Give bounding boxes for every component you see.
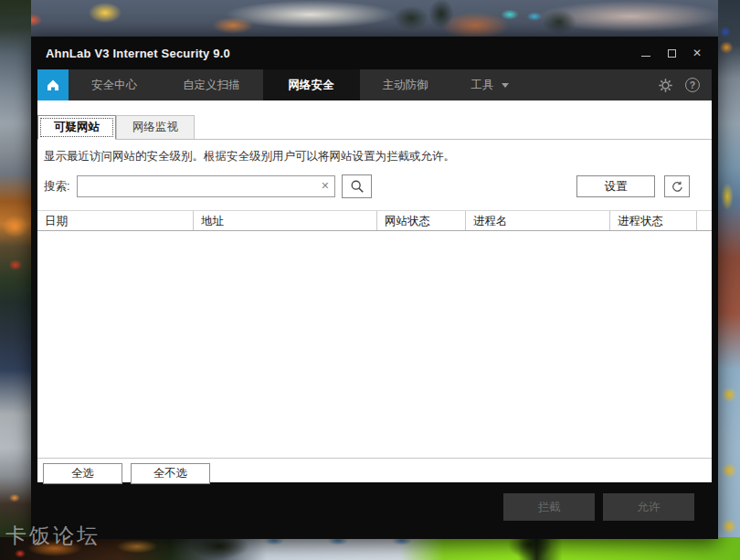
- maximize-button[interactable]: [665, 47, 678, 59]
- search-button[interactable]: [342, 174, 372, 198]
- minimize-icon: [641, 56, 650, 57]
- nav-right-icons: ?: [657, 69, 712, 100]
- search-input[interactable]: [78, 176, 334, 196]
- clear-search-icon[interactable]: ✕: [321, 180, 329, 192]
- sites-table: 日期 地址 网站状态 进程名 进程状态: [37, 210, 712, 459]
- select-all-button[interactable]: 全选: [43, 463, 122, 484]
- settings-gear-button[interactable]: [657, 77, 673, 93]
- nav-security-center[interactable]: 安全中心: [69, 69, 160, 100]
- search-row: 搜索: ✕ 设置: [44, 174, 712, 198]
- refresh-icon: [671, 180, 684, 194]
- nav-proactive-defense[interactable]: 主动防御: [360, 69, 451, 100]
- minimize-button[interactable]: [640, 47, 652, 59]
- column-header-site-status[interactable]: 网站状态: [377, 211, 466, 230]
- column-header-date[interactable]: 日期: [37, 211, 194, 230]
- tab-suspicious-sites[interactable]: 可疑网站: [37, 115, 116, 140]
- help-icon: ?: [685, 78, 700, 92]
- footer-bar: 拦截 允许: [31, 482, 718, 539]
- search-label: 搜索:: [44, 179, 69, 195]
- gear-icon: [658, 78, 673, 93]
- column-header-process-name[interactable]: 进程名: [466, 211, 610, 230]
- desktop-background-top: [0, 0, 740, 38]
- close-button[interactable]: ✕: [691, 47, 703, 59]
- description-text: 显示最近访问网站的安全级别。根据安全级别用户可以将网站设置为拦截或允许。: [44, 149, 712, 164]
- window-controls: ✕: [640, 47, 703, 59]
- nav-tools-label: 工具: [471, 78, 494, 93]
- titlebar[interactable]: AhnLab V3 Internet Security 9.0 ✕: [31, 37, 718, 69]
- tab-network-monitor[interactable]: 网络监视: [116, 115, 195, 139]
- table-header: 日期 地址 网站状态 进程名 进程状态: [37, 210, 712, 231]
- home-icon: [46, 78, 60, 92]
- allow-button[interactable]: 允许: [603, 493, 694, 521]
- desktop-background-bottom: [0, 537, 740, 560]
- search-icon: [350, 179, 365, 194]
- deselect-all-button[interactable]: 全不选: [131, 463, 210, 484]
- column-header-process-status[interactable]: 进程状态: [610, 211, 697, 230]
- help-button[interactable]: ?: [684, 77, 701, 93]
- home-button[interactable]: [37, 69, 69, 100]
- chevron-down-icon: [502, 83, 509, 88]
- selection-row: 全选 全不选: [43, 463, 712, 484]
- maximize-icon: [668, 49, 676, 58]
- watermark: 卡饭论坛: [5, 522, 100, 550]
- main-nav: 安全中心 自定义扫描 网络安全 主动防御 工具 ?: [37, 69, 712, 100]
- table-body-empty[interactable]: [37, 231, 712, 459]
- search-box: ✕: [77, 175, 335, 197]
- column-header-address[interactable]: 地址: [194, 211, 377, 230]
- refresh-button[interactable]: [664, 175, 690, 197]
- sub-tabs: 可疑网站 网络监视: [37, 100, 712, 140]
- window-title: AhnLab V3 Internet Security 9.0: [46, 47, 230, 60]
- settings-button[interactable]: 设置: [576, 175, 655, 197]
- nav-network-security[interactable]: 网络安全: [263, 69, 360, 100]
- app-window: AhnLab V3 Internet Security 9.0 ✕ 安全中心 自…: [31, 37, 718, 539]
- block-button[interactable]: 拦截: [503, 493, 595, 521]
- desktop-background-left: [0, 0, 31, 560]
- content-panel: 可疑网站 网络监视 显示最近访问网站的安全级别。根据安全级别用户可以将网站设置为…: [37, 100, 712, 482]
- desktop-background-right: [718, 0, 740, 560]
- nav-custom-scan[interactable]: 自定义扫描: [160, 69, 263, 100]
- nav-tools[interactable]: 工具: [451, 69, 522, 100]
- column-header-filler: [697, 211, 712, 230]
